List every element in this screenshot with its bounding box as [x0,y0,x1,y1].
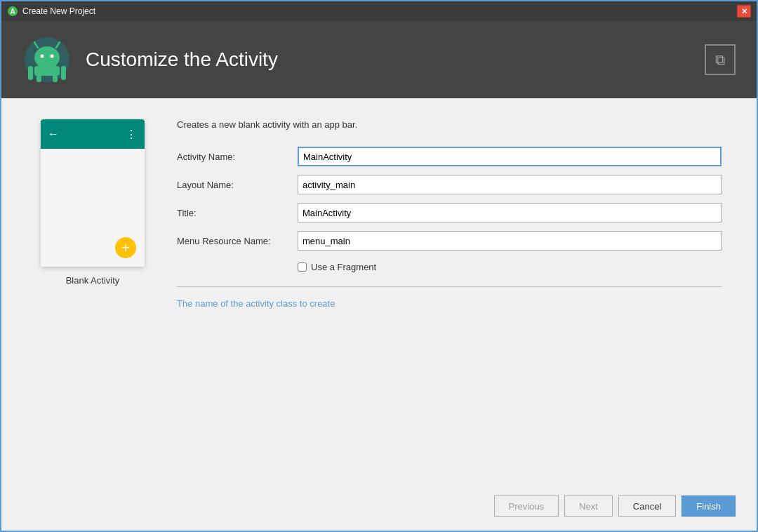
layout-icon[interactable]: ⧉ [705,44,736,75]
use-fragment-label: Use a Fragment [311,262,376,272]
menu-dots-icon: ⋮ [126,128,138,141]
main-area: ← ⋮ + Blank Activity Creates a new blank… [36,119,722,481]
description-text: Creates a new blank activity with an app… [177,119,722,130]
title-label: Title: [177,208,289,218]
svg-rect-8 [34,66,60,76]
svg-rect-9 [28,66,33,80]
title-input[interactable] [298,203,722,222]
next-button[interactable]: Next [564,496,613,517]
previous-button[interactable]: Previous [494,496,559,517]
layout-name-input[interactable] [298,175,722,194]
phone-toolbar: ← ⋮ [41,119,145,149]
svg-point-6 [41,55,44,58]
close-button[interactable]: ✕ [737,5,751,18]
menu-resource-label: Menu Resource Name: [177,236,289,246]
footer: Previous Next Cancel Finish [1,481,757,531]
svg-point-3 [34,46,60,69]
svg-rect-12 [53,75,58,82]
svg-text:A: A [10,8,15,15]
svg-rect-11 [36,75,41,82]
cancel-button[interactable]: Cancel [618,496,676,517]
phone-mockup: ← ⋮ + [41,119,145,267]
left-panel: ← ⋮ + Blank Activity [36,119,149,481]
android-logo [22,35,72,84]
form-grid: Activity Name: Layout Name: Title: Menu … [177,147,722,272]
activity-name-input[interactable] [298,147,722,166]
svg-point-7 [51,55,54,58]
divider [177,286,722,287]
page-title: Customize the Activity [86,48,705,71]
fab-button: + [115,237,136,258]
phone-body: + [41,149,145,267]
main-window: A Create New Project ✕ [0,0,758,532]
header: Customize the Activity ⧉ [1,21,757,98]
finish-button[interactable]: Finish [681,496,736,517]
svg-rect-10 [61,66,66,80]
window-icon: A [7,6,18,17]
use-fragment-row: Use a Fragment [298,262,722,272]
back-arrow-icon: ← [48,128,59,140]
menu-resource-input[interactable] [298,231,722,251]
title-bar: A Create New Project ✕ [1,1,757,21]
use-fragment-checkbox[interactable] [298,262,307,272]
layout-name-label: Layout Name: [177,180,289,190]
window-title: Create New Project [22,6,737,16]
hint-text: The name of the activity class to create [177,298,722,309]
right-panel: Creates a new blank activity with an app… [177,119,722,481]
activity-name-label: Activity Name: [177,152,289,162]
phone-label: Blank Activity [66,275,120,286]
content-area: ← ⋮ + Blank Activity Creates a new blank… [1,98,757,481]
